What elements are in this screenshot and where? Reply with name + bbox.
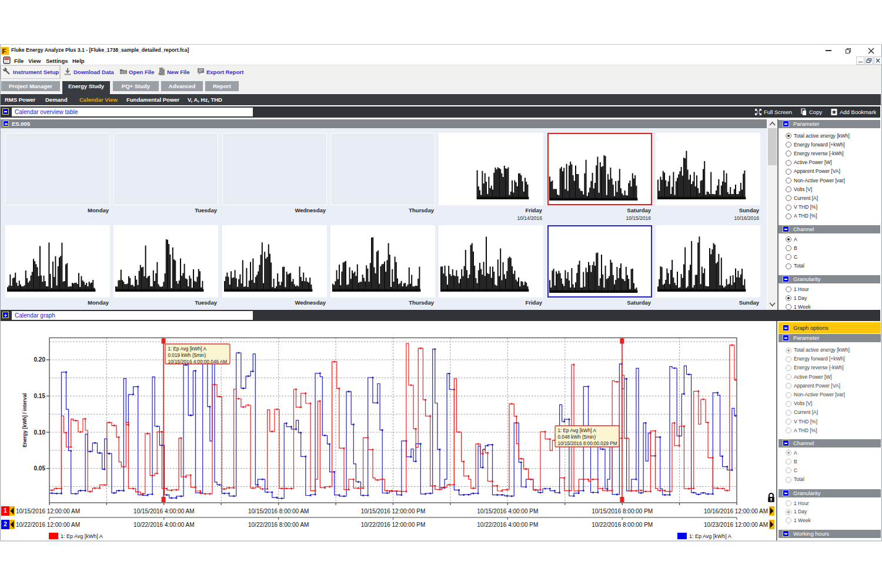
svg-text:0.10: 0.10 xyxy=(34,429,46,436)
svg-text:Energy [kWh] / interval: Energy [kWh] / interval xyxy=(22,393,28,447)
svg-text:0.15: 0.15 xyxy=(34,393,46,399)
svg-text:0.048 kWh (5min): 0.048 kWh (5min) xyxy=(558,435,596,440)
svg-text:0.05: 0.05 xyxy=(34,465,46,472)
svg-text:10/15/2016 8:00:00.029 PM: 10/15/2016 8:00:00.029 PM xyxy=(558,441,617,446)
svg-text:10/15/2016 4:00:00.046 AM: 10/15/2016 4:00:00.046 AM xyxy=(168,359,228,365)
svg-text:0.019 kWh (5min): 0.019 kWh (5min) xyxy=(168,353,206,358)
svg-text:0.20: 0.20 xyxy=(34,356,46,363)
svg-text:1: Ep Avg [kWh] A: 1: Ep Avg [kWh] A xyxy=(558,428,597,433)
svg-text:1: Ep Avg [kWh] A: 1: Ep Avg [kWh] A xyxy=(168,346,207,352)
